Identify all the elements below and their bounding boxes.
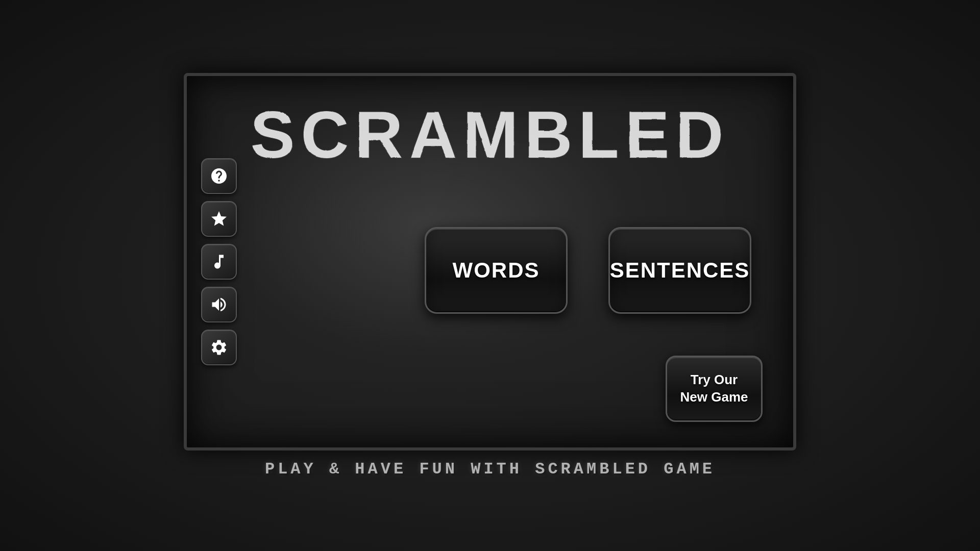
sound-icon [210,295,228,314]
music-button[interactable] [201,244,237,280]
help-button[interactable] [201,158,237,194]
sidebar [201,158,237,365]
music-icon [210,253,228,271]
words-button[interactable]: WORDS [425,227,568,314]
favorites-button[interactable] [201,201,237,237]
gear-icon [210,338,228,357]
game-title: SCRAMBLED [251,96,730,173]
chalkboard: SCRAMBLED [184,73,796,450]
words-label: WORDS [453,258,540,283]
sentences-label: SENTENCES [610,258,750,283]
footer-text: PLAY & HAVE FUN WITH SCRAMBLED GAME [265,460,715,479]
try-new-game-button[interactable]: Try Our New Game [666,356,763,422]
star-icon [210,210,228,228]
settings-button[interactable] [201,330,237,365]
try-game-label: Try Our New Game [680,371,748,406]
sound-button[interactable] [201,287,237,322]
sentences-button[interactable]: SENTENCES [608,227,751,314]
main-buttons: WORDS SENTENCES [425,227,751,314]
outer-frame: SCRAMBLED [0,0,980,551]
title-area: SCRAMBLED [187,96,793,173]
bottom-bar: PLAY & HAVE FUN WITH SCRAMBLED GAME [184,450,796,479]
question-icon [210,167,228,185]
